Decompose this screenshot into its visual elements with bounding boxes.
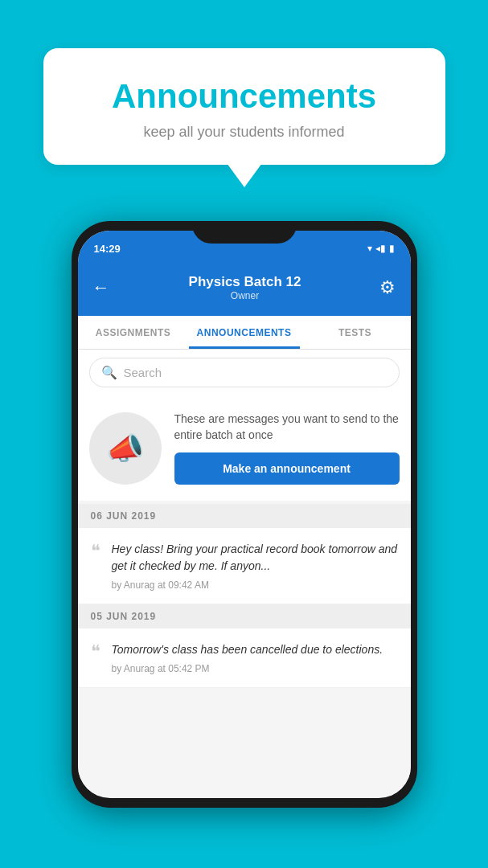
announcement-item-1[interactable]: ❝ Hey class! Bring your practical record… [78, 528, 411, 604]
phone-screen: 14:29 ▾ ◂▮ ▮ ← Physics Batch 12 Owner ⚙ [78, 231, 411, 798]
announcement-item-2[interactable]: ❝ Tomorrow's class has been cancelled du… [78, 628, 411, 688]
speech-bubble: Announcements keep all your students inf… [43, 48, 445, 165]
promo-area: 📣 These are messages you want to send to… [78, 395, 411, 501]
announcement-meta-1: by Anurag at 09:42 AM [112, 579, 398, 591]
settings-icon[interactable]: ⚙ [379, 277, 396, 298]
announcement-meta-2: by Anurag at 05:42 PM [112, 663, 398, 674]
search-bar[interactable]: 🔍 Search [89, 358, 400, 387]
phone-wrapper: 14:29 ▾ ◂▮ ▮ ← Physics Batch 12 Owner ⚙ [0, 221, 488, 808]
back-button[interactable]: ← [92, 277, 110, 298]
app-bar: ← Physics Batch 12 Owner ⚙ [78, 260, 411, 316]
app-bar-center: Physics Batch 12 Owner [189, 274, 301, 301]
bubble-subtitle: keep all your students informed [76, 124, 413, 141]
phone: 14:29 ▾ ◂▮ ▮ ← Physics Batch 12 Owner ⚙ [72, 221, 417, 808]
megaphone-icon: 📣 [106, 431, 144, 466]
search-icon: 🔍 [101, 365, 117, 380]
top-section: Announcements keep all your students inf… [0, 0, 488, 165]
announcement-text-2: Tomorrow's class has been cancelled due … [112, 641, 398, 658]
make-announcement-button[interactable]: Make an announcement [174, 452, 400, 485]
wifi-icon: ▾ [367, 243, 372, 254]
tab-announcements[interactable]: ANNOUNCEMENTS [189, 316, 300, 349]
promo-text: These are messages you want to send to t… [174, 411, 400, 443]
search-wrapper: 🔍 Search [78, 350, 411, 395]
app-bar-title: Physics Batch 12 [189, 274, 301, 290]
app-bar-subtitle: Owner [189, 290, 301, 301]
announcement-text-1: Hey class! Bring your practical record b… [112, 541, 398, 575]
quote-icon-2: ❝ [91, 643, 100, 661]
promo-right: These are messages you want to send to t… [174, 411, 400, 485]
quote-icon-1: ❝ [91, 542, 100, 560]
announcement-content-2: Tomorrow's class has been cancelled due … [112, 641, 398, 674]
status-time: 14:29 [94, 243, 121, 255]
status-icons: ▾ ◂▮ ▮ [367, 243, 395, 254]
search-placeholder: Search [124, 366, 162, 379]
date-header-1: 06 JUN 2019 [78, 504, 411, 528]
bubble-title: Announcements [76, 77, 413, 116]
battery-icon: ▮ [389, 243, 395, 254]
megaphone-circle: 📣 [89, 412, 162, 485]
signal-icon: ◂▮ [375, 243, 386, 254]
tab-assignments[interactable]: ASSIGNMENTS [78, 316, 189, 349]
tabs: ASSIGNMENTS ANNOUNCEMENTS TESTS [78, 316, 411, 350]
notch [192, 221, 297, 244]
date-header-2: 05 JUN 2019 [78, 604, 411, 628]
screen-body: 🔍 Search 📣 These are messages you want t… [78, 350, 411, 796]
tab-tests[interactable]: TESTS [300, 316, 411, 349]
announcement-content-1: Hey class! Bring your practical record b… [112, 541, 398, 591]
